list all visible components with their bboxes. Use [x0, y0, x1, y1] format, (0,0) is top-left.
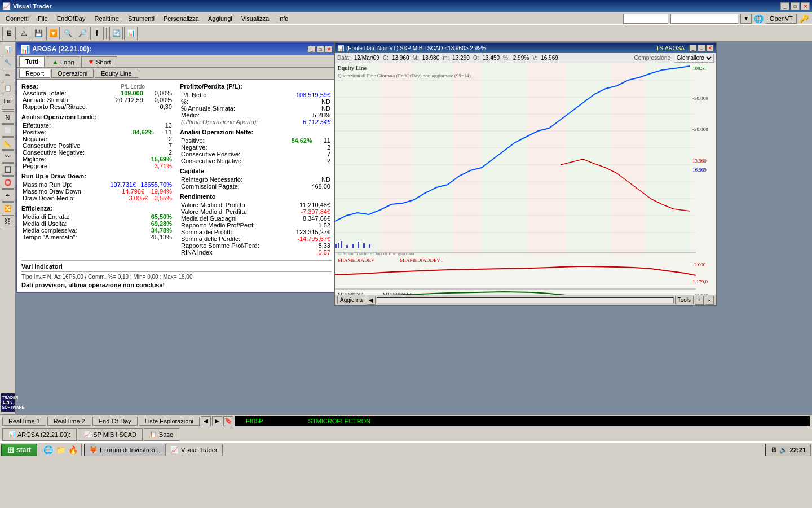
menu-strumenti[interactable]: Strumenti — [123, 14, 159, 23]
subtab-equity-line[interactable]: Equity Line — [95, 69, 138, 78]
toolbar-btn-5[interactable]: 🔍 — [61, 27, 74, 40]
search-area: ▼ 🌐 OpenVT 🔑 — [623, 14, 811, 24]
tab-short[interactable]: ▼ Short — [81, 56, 117, 67]
left-icon-12[interactable]: ✒ — [2, 189, 14, 202]
start-button[interactable]: ⊞ start — [1, 444, 37, 456]
search-input-1[interactable] — [623, 14, 668, 24]
rt-tab-2[interactable]: RealTime 2 — [47, 417, 91, 426]
nette-consec-neg: 2 — [327, 157, 330, 164]
rt-tab-4[interactable]: Liste Esplorazioni — [139, 417, 200, 426]
rt-tab-3[interactable]: End-Of-Day — [92, 417, 138, 426]
rt-bookmark[interactable]: 🔖 — [223, 416, 233, 426]
giornaliero-select[interactable]: Giornaliero — [674, 54, 714, 63]
toolbar-btn-7[interactable]: I — [90, 27, 104, 40]
chart-maximize[interactable]: □ — [698, 45, 705, 51]
left-icon-10[interactable]: 🔲 — [2, 163, 14, 176]
search-input-2[interactable] — [670, 14, 738, 24]
menu-personalizza[interactable]: Personalizza — [159, 14, 204, 23]
taskbar-item-forum[interactable]: 🦊 I Forum di Investreo... — [84, 444, 165, 456]
pl-netto-value: 108.519,59€ — [296, 91, 330, 98]
window-tab-arosa[interactable]: 📊 AROSA (22.21.00): — [2, 428, 77, 441]
left-icon-2[interactable]: 🔧 — [2, 56, 14, 68]
left-icon-3[interactable]: ✏ — [2, 69, 14, 81]
negative-n: 2 — [169, 135, 172, 142]
svg-rect-2 — [380, 63, 414, 255]
toolbar-btn-8[interactable]: 🔄 — [109, 27, 123, 40]
tab-tutti[interactable]: Tutti — [19, 56, 45, 67]
maximize-button[interactable]: □ — [791, 2, 800, 10]
chart-title: (Fonte Dati: Non VT) S&P MIB I SCAD <13.… — [346, 45, 656, 51]
left-icon-6[interactable]: N — [2, 111, 14, 124]
chart-aggiorna[interactable]: Aggiorna — [337, 296, 365, 304]
base-tab-icon: 📋 — [150, 431, 157, 437]
left-icon-13[interactable]: 🔀 — [2, 202, 14, 214]
network-icon: 🖥 — [770, 446, 777, 454]
window-tab-mib[interactable]: 📈 SP MIB I SCAD — [78, 428, 143, 441]
quicklaunch-3[interactable]: 🔥 — [67, 444, 79, 456]
chart-nav-left[interactable]: ◀ — [367, 296, 376, 305]
arosa-close[interactable]: ✕ — [325, 46, 333, 52]
chart-zoom-in[interactable]: + — [695, 296, 704, 305]
chart-minimize[interactable]: _ — [689, 45, 697, 51]
menu-realtime[interactable]: Realtime — [90, 14, 123, 23]
toolbar-btn-9[interactable]: 📊 — [124, 27, 138, 40]
rt-tab-1[interactable]: RealTime 1 — [2, 417, 46, 426]
left-icon-4[interactable]: 📋 — [2, 82, 14, 94]
right-column: Profitto/Perdita (P/L): P/L Netto: 108.5… — [180, 83, 332, 259]
minimize-button[interactable]: _ — [780, 2, 789, 10]
ticker-strip: FIB5P STMICROELECTRON — [235, 416, 810, 426]
toolbar-btn-2[interactable]: ⚠ — [17, 27, 30, 40]
chart-tools[interactable]: Tools — [675, 296, 694, 304]
menu-file[interactable]: File — [33, 14, 52, 23]
quicklaunch-2[interactable]: 📁 — [54, 444, 67, 456]
title-bar-buttons: _ □ ✕ — [780, 2, 810, 10]
arosa-minimize[interactable]: _ — [308, 46, 316, 52]
arosa-maximize[interactable]: □ — [316, 46, 324, 52]
left-icon-8[interactable]: 📐 — [2, 137, 14, 150]
rt-nav-left[interactable]: ◀ — [201, 416, 211, 426]
menu-connetti[interactable]: Connetti — [1, 14, 33, 23]
subtab-operazioni[interactable]: Operazioni — [51, 69, 94, 78]
chart-close[interactable]: ✕ — [706, 45, 714, 51]
medio-label: Medio: — [181, 112, 200, 119]
toolbar-btn-1[interactable]: 🖥 — [2, 27, 16, 40]
arosa-tab-label: AROSA (22.21.00): — [17, 431, 70, 438]
m-label: M: — [413, 55, 419, 61]
rt-nav-right[interactable]: ▶ — [212, 416, 222, 426]
positive-pct: 84,62% — [133, 129, 153, 135]
m2-label: m: — [443, 55, 449, 61]
left-icon-7[interactable]: ⬜ — [2, 124, 14, 137]
data-label: Data: — [337, 55, 351, 61]
tab-long[interactable]: ▲ Long — [46, 56, 80, 67]
windows-icon: ⊞ — [7, 445, 14, 454]
left-panel: 📊 🔧 ✏ 📋 Ind N ⬜ 📐 〰 🔲 ⭕ ✒ 🔀 ⛓ TRADERLINK… — [0, 42, 16, 414]
quicklaunch-1[interactable]: 🌐 — [42, 444, 54, 456]
menu-aggiungi[interactable]: Aggiungi — [204, 14, 237, 23]
close-button[interactable]: ✕ — [801, 2, 810, 10]
subtab-report[interactable]: Report — [19, 69, 50, 78]
svg-rect-23 — [341, 241, 342, 248]
window-tab-base[interactable]: 📋 Base — [144, 428, 179, 441]
left-icon-5[interactable]: Ind — [2, 95, 14, 107]
assoluta-pct: 0,00% — [155, 90, 172, 97]
openvt-button[interactable]: OpenVT — [766, 14, 797, 24]
toolbar-btn-3[interactable]: 💾 — [32, 27, 45, 40]
left-icon-11[interactable]: ⭕ — [2, 176, 14, 189]
menu-info[interactable]: Info — [273, 14, 293, 23]
left-icon-14[interactable]: ⛓ — [2, 215, 14, 227]
menu-visualizza[interactable]: Visualizza — [237, 14, 273, 23]
left-icon-9[interactable]: 〰 — [2, 150, 14, 163]
migliore-label: Migliore: — [23, 156, 46, 163]
taskbar-item-vt[interactable]: 📈 Visual Trader — [165, 444, 223, 456]
somma-profitti-value: 123.315,27€ — [296, 229, 330, 235]
menu-endofday[interactable]: EndOfDay — [52, 14, 90, 23]
search-dropdown-btn[interactable]: ▼ — [740, 14, 752, 24]
toolbar-btn-6[interactable]: 🔎 — [76, 27, 89, 40]
chart-zoom-out[interactable]: - — [705, 296, 714, 305]
toolbar-btn-4[interactable]: 🔽 — [46, 27, 60, 40]
resa-section: Resa: P/L Lordo Assoluta Totale: 109.000… — [21, 83, 173, 110]
left-icon-1[interactable]: 📊 — [2, 43, 14, 55]
consec-pos-label: Consecutive Positive: — [23, 142, 82, 149]
efficienza-title: Efficienza: — [21, 205, 173, 212]
pl-lordo-label: P/L Lordo — [121, 84, 145, 90]
